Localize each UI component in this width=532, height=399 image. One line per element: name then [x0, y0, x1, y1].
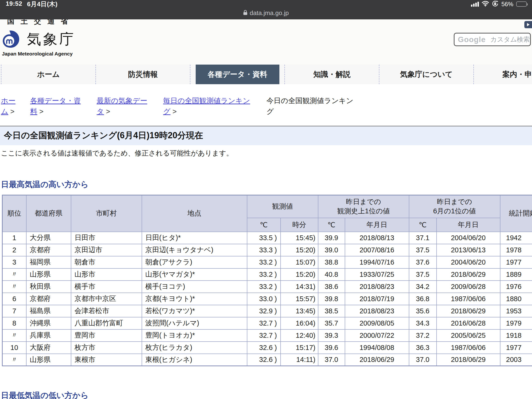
cell-station: 横手(ヨコテ) [142, 281, 247, 293]
cell-observed-temp: 32.7 ) [247, 329, 281, 342]
cell-station: 京田辺(キョウタナベ) [142, 244, 247, 256]
col-header-celsius: ℃ [318, 218, 345, 232]
cursor-button[interactable] [524, 21, 532, 28]
cell-record-temp: 35.7 [318, 317, 345, 329]
col-header-observed: 観測値 [247, 195, 318, 218]
ranking-table-body: 1大分県日田市日田(ヒタ)*33.5 )15:45)39.92018/08/13… [2, 232, 532, 366]
global-nav: ホーム 防災情報 各種データ・資料 知識・解説 気象庁について 案内・申請 [0, 65, 532, 84]
cell-record-temp: 40.8 [318, 268, 345, 281]
cell-observed-time: 16:04) [281, 317, 318, 329]
title-band: 今日の全国観測値ランキング(6月4日)19時20分現在 [0, 126, 532, 145]
cell-stats-start-year: 1977 [500, 342, 532, 354]
cell-station: 京都(キヨウト)* [142, 293, 247, 305]
nav-item-home[interactable]: ホーム [1, 65, 95, 84]
cell-municipality: 京田辺市 [71, 244, 142, 256]
cell-stats-start-year: 1953 [500, 305, 532, 317]
cell-observed-time: 15:45) [281, 232, 318, 244]
table-row: 10大阪府枚方市枚方(ヒラカタ)32.6 )15:17)39.61994/08/… [2, 342, 532, 354]
cell-municipality: 横手市 [71, 281, 142, 293]
cell-prefecture: 福岡県 [26, 256, 71, 268]
cell-june-record-date: 2018/06/29 [437, 305, 500, 317]
cell-june-record-temp: 35.6 [409, 305, 437, 317]
ministry-name: 国土交通省 [7, 19, 532, 26]
status-date: 6月4日(木) [27, 0, 58, 8]
cell-record-date: 2018/08/13 [345, 232, 409, 244]
col-header-municipality: 市町村 [71, 195, 142, 232]
nav-item-knowledge[interactable]: 知識・解説 [285, 65, 379, 84]
cell-stats-start-year: 1889 [500, 268, 532, 281]
cellular-signal-icon [471, 2, 479, 7]
cell-record-temp: 39.9 [318, 232, 345, 244]
cell-station: 朝倉(アサクラ) [142, 256, 247, 268]
site-header: 国土交通省 気象庁 Japan Meteorological Agency Go… [0, 19, 532, 65]
breadcrumb-current: 今日の全国観測値ランキング [266, 95, 356, 117]
cell-record-temp: 39.3 [318, 329, 345, 342]
cell-june-record-date: 2004/06/20 [437, 256, 500, 268]
nav-item-data-materials[interactable]: 各種データ・資料 [190, 65, 285, 84]
cell-observed-temp: 33.5 ) [247, 232, 281, 244]
cell-rank: 3 [2, 256, 26, 268]
cell-record-date: 2009/08/05 [345, 317, 409, 329]
cell-record-date: 2018/06/29 [345, 354, 409, 366]
cell-station: 日田(ヒタ)* [142, 232, 247, 244]
cell-stats-start-year: 1880 [500, 293, 532, 305]
cell-rank: 2 [2, 244, 26, 256]
col-header-celsius: ℃ [247, 218, 281, 232]
cell-record-temp: 39.6 [318, 342, 345, 354]
cell-rank: 〃 [2, 329, 26, 342]
col-header-date: 年月日 [437, 218, 500, 232]
cell-rank: 10 [2, 342, 26, 354]
table-row: 〃山形県山形市山形(ヤマガタ)*33.2 )15:20)40.81933/07/… [2, 268, 532, 281]
battery-percent: 56% [501, 1, 513, 8]
cell-record-temp: 39.0 [318, 244, 345, 256]
breadcrumb-separator: > [104, 108, 110, 115]
ranking-table-wrap: 順位 都道府県 市町村 地点 観測値 昨日までの 観測史上1位の値 昨日までの … [2, 195, 532, 366]
nav-item-disaster-info[interactable]: 防災情報 [95, 65, 190, 84]
table-row: 〃兵庫県豊岡市豊岡(トヨオカ)*32.7 )12:40)39.32000/07/… [2, 329, 532, 342]
col-header-celsius: ℃ [409, 218, 437, 232]
page-title: 今日の全国観測値ランキング(6月4日)19時20分現在 [4, 130, 532, 141]
nav-item-guide-application[interactable]: 案内・申請 [473, 65, 532, 84]
cell-station: 若松(ワカマツ)* [142, 305, 247, 317]
table-row: 8沖縄県八重山郡竹富町波照間(ハテルマ)32.7 )16:04)35.72009… [2, 317, 532, 329]
cell-june-record-date: 1987/06/06 [437, 342, 500, 354]
cell-record-date: 2000/07/22 [345, 329, 409, 342]
browser-url-bar[interactable]: data.jma.go.jp [0, 7, 532, 19]
cell-municipality: 枚方市 [71, 342, 142, 354]
table-row: 1大分県日田市日田(ヒタ)*33.5 )15:45)39.92018/08/13… [2, 232, 532, 244]
cell-stats-start-year: 1976 [500, 281, 532, 293]
cell-june-record-temp: 37.5 [409, 244, 437, 256]
agency-name: 気象庁 [27, 30, 76, 49]
cell-observed-time: 12:40) [281, 329, 318, 342]
cell-prefecture: 京都府 [26, 244, 71, 256]
search-placeholder: カスタム検索 [490, 35, 530, 44]
cell-rank: 7 [2, 305, 26, 317]
cell-station: 豊岡(トヨオカ)* [142, 329, 247, 342]
cell-june-record-temp: 36.8 [409, 293, 437, 305]
cell-observed-temp: 33.0 ) [247, 293, 281, 305]
cell-prefecture: 秋田県 [26, 281, 71, 293]
battery-icon [516, 1, 527, 7]
cell-municipality: 東根市 [71, 354, 142, 366]
google-search-box[interactable]: Google カスタム検索 [454, 33, 531, 46]
cell-station: 東根(ヒガシネ) [142, 354, 247, 366]
cell-municipality: 八重山郡竹富町 [71, 317, 142, 329]
col-header-prefecture: 都道府県 [26, 195, 71, 232]
cell-rank: 8 [2, 317, 26, 329]
nav-item-about-jma[interactable]: 気象庁について [379, 65, 473, 84]
play-arrow-icon [527, 23, 530, 26]
preliminary-note: ここに表示される値は速報値であるため、修正される可能性があります。 [1, 149, 532, 158]
cell-june-record-date: 2016/06/28 [437, 317, 500, 329]
cell-record-date: 2018/08/23 [345, 305, 409, 317]
cell-stats-start-year: 1977 [500, 256, 532, 268]
cell-june-record-date: 2005/06/25 [437, 329, 500, 342]
cell-prefecture: 大阪府 [26, 342, 71, 354]
jma-logo-icon [1, 30, 23, 49]
cell-observed-temp: 33.2 ) [247, 256, 281, 268]
cell-june-record-temp: 37.1 [409, 232, 437, 244]
col-header-rank: 順位 [2, 195, 26, 232]
cell-observed-temp: 33.2 ) [247, 268, 281, 281]
cell-record-temp: 39.8 [318, 293, 345, 305]
status-time: 19:52 [6, 0, 22, 8]
cell-prefecture: 京都府 [26, 293, 71, 305]
